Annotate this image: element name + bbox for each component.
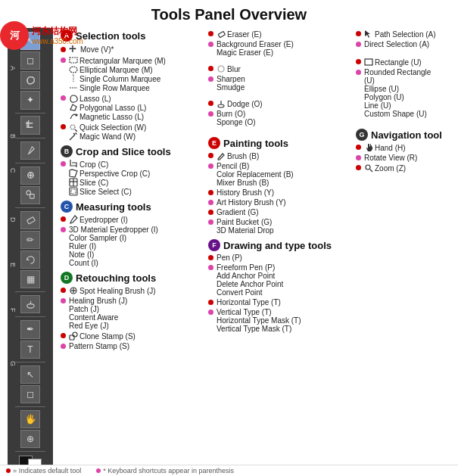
blur-items-1: Blur [217, 64, 241, 73]
ellipse-item: Ellipse (U) [364, 85, 443, 93]
bullet-path-select [356, 31, 361, 36]
svg-point-15 [70, 125, 75, 129]
toolbar-label-f: F [9, 308, 17, 313]
paint-bucket-item: Paint Bucket (G) [217, 218, 274, 226]
brush-tool-icon[interactable]: ✏ [20, 231, 40, 249]
bullet-rounded-rect [356, 70, 361, 75]
move-tool-icon[interactable]: ↖ [20, 32, 40, 50]
bullet-clone [61, 333, 66, 338]
footer-item1: = Indicates default tool [53, 467, 81, 472]
section-f: F Drawing and type tools Pen (P) [204, 238, 345, 334]
healing-brush-item: Healing Brush (J) [69, 297, 127, 305]
rect-label: Rectangle (U) [375, 58, 422, 67]
eraser-tool-icon[interactable] [20, 211, 40, 229]
3d-material-drop-item: 3D Material Drop [217, 226, 274, 235]
burn-item: Burn (O) [217, 110, 256, 118]
svg-point-33 [218, 104, 224, 107]
bullet-history [208, 190, 213, 195]
toolbar-separator-1 [15, 113, 45, 114]
svg-point-14 [76, 114, 77, 116]
dodge-tool-icon[interactable] [20, 295, 40, 313]
sponge-item: Sponge (O) [217, 118, 256, 126]
eraser-item: Eraser (E) [217, 30, 262, 39]
magic-wand-tool-icon[interactable]: ✦ [20, 91, 40, 109]
paint-items-1: Brush (B) [217, 151, 259, 160]
bullet-rotate [356, 155, 361, 160]
draw-group4: Vertical Type (T) Horizontal Type Mask (… [208, 308, 341, 333]
svg-rect-36 [365, 59, 372, 65]
type-tool-icon[interactable]: T [20, 341, 40, 359]
section-rect: Rectangle (U) Rounded Rectangle (U) Elli… [351, 56, 447, 127]
bullet-heal [61, 298, 66, 303]
blur-label: Blur [227, 65, 241, 73]
marquee-items: Rectangular Marquee (M) Elliptical Marqu… [69, 56, 166, 92]
toolbar-label-a: A [9, 66, 17, 70]
custom-shape-item: Custom Shape (U) [364, 110, 443, 118]
dodge-group1: Dodge (O) [208, 99, 341, 108]
delete-anchor-item: Delete Anchor Point [217, 280, 283, 288]
svg-point-30 [73, 332, 77, 337]
retouch-group3: Clone Stamp (S) [61, 331, 193, 341]
toolbar-separator-9 [15, 451, 45, 452]
section-a-title: Selection tools [76, 30, 145, 42]
healing-tool-icon[interactable] [20, 166, 40, 185]
dodge-items-2: Burn (O) Sponge (O) [217, 110, 256, 126]
crop-items: Crop (C) Perspective Crop (C) Slice (C) [69, 160, 150, 196]
bullet-art-history [208, 200, 213, 205]
eraser-label: Eraser (E) [227, 30, 262, 39]
svg-rect-9 [70, 58, 77, 63]
crop-tool-icon[interactable] [20, 116, 40, 134]
eyedropper-tool-icon[interactable] [20, 142, 40, 160]
section-g-letter: G [356, 129, 368, 141]
section-c: C Measuring tools Eyedropper (I) [56, 199, 198, 270]
section-d-letter: D [61, 272, 73, 284]
red-eye-item: Red Eye (J) [69, 322, 127, 330]
clone-stamp-item: Clone Stamp (S) [69, 331, 136, 341]
section-a-letter: A [61, 30, 73, 42]
bullet-pen [208, 255, 213, 260]
paint-items-4: Art History Brush (Y) [217, 198, 286, 207]
spot-healing-label: Spot Healing Brush (J) [79, 287, 156, 295]
section-g: G Navigation tool Hand (H) [351, 127, 447, 174]
svg-point-32 [218, 66, 224, 72]
toolbar-strip: A B C D E F G ↖ ◻ ✦ [8, 28, 53, 472]
single-col-marquee-item: Single Column Marquee [69, 74, 166, 83]
gradient-item: Gradient (G) [217, 208, 259, 216]
ellip-marquee-item: Elliptical Marquee (M) [69, 65, 166, 74]
spot-healing-item: Spot Healing Brush (J) [69, 286, 156, 295]
move-icon [69, 44, 78, 54]
draw-items-4: Vertical Type (T) Horizontal Type Mask (… [217, 308, 301, 333]
rect-group1: Rectangle (U) [356, 58, 443, 67]
line-item: Line (U) [364, 101, 443, 110]
toolbar-separator-8 [15, 406, 45, 407]
clone-stamp-tool-icon[interactable] [20, 186, 40, 204]
color-sampler-item: Color Sampler (I) [69, 234, 158, 242]
bullet-move [61, 47, 66, 52]
draw-group1: Pen (P) [208, 254, 341, 262]
crop-item: Crop (C) [69, 160, 150, 169]
draw-group3: Horizontal Type (T) [208, 298, 341, 306]
single-row-marquee-label: Single Row Marquee [79, 84, 150, 92]
marquee-tool-icon[interactable]: ◻ [20, 51, 40, 70]
retouch-group1: Spot Healing Brush (J) [61, 286, 193, 295]
bullet-pattern [61, 344, 66, 349]
blur-group1: Blur [208, 64, 341, 73]
section-eraser: Eraser (E) Background Eraser (E) Magic E… [204, 28, 345, 63]
eraser-items-1: Eraser (E) [217, 30, 262, 39]
section-f-title: Drawing and type tools [223, 240, 332, 251]
sharpen-item: Sharpen [217, 75, 245, 83]
history-brush-tool-icon[interactable] [20, 250, 40, 269]
gradient-tool-icon[interactable]: ▦ [20, 270, 40, 288]
lasso-tool-icon[interactable] [20, 71, 40, 89]
path-select-tool-icon[interactable]: ↖ [20, 366, 40, 384]
zoom-tool-icon[interactable]: ⊕ [20, 430, 40, 448]
nav-group2: Rotate View (R) [356, 154, 443, 162]
direct-select-item: Direct Selection (A) [364, 40, 429, 48]
rectangle-tool-icon[interactable]: ◻ [20, 385, 40, 403]
toolbar-label-b: B [9, 134, 17, 138]
pen-tool-icon[interactable]: ✒ [20, 320, 40, 338]
lasso-group: Lasso (L) Polygonal Lasso (L) Magnetic L… [61, 94, 193, 121]
toolbar-separator-3 [15, 163, 45, 163]
hand-tool-icon[interactable]: 🖐 [20, 410, 40, 428]
paint-group4: Art History Brush (Y) [208, 198, 341, 207]
